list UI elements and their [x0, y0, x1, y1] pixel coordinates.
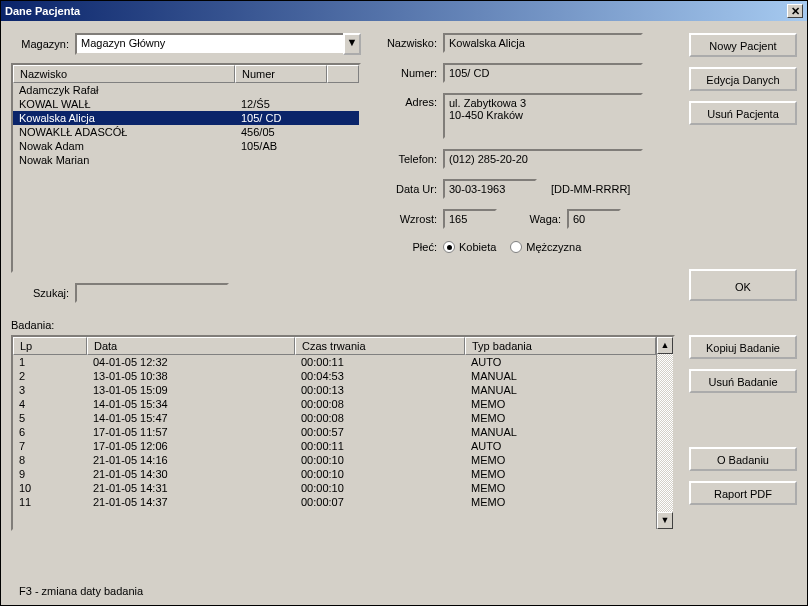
- ok-button[interactable]: OK: [689, 269, 797, 301]
- cell-data: 21-01-05 14:16: [87, 454, 295, 466]
- table-row[interactable]: 213-01-05 10:3800:04:53MANUAL: [13, 369, 656, 383]
- table-row[interactable]: 514-01-05 15:4700:00:08MEMO: [13, 411, 656, 425]
- cell-typ: MEMO: [465, 482, 656, 494]
- o-badaniu-button[interactable]: O Badaniu: [689, 447, 797, 471]
- radio-dot-icon: [443, 241, 455, 253]
- table-row[interactable]: 617-01-05 11:5700:00:57MANUAL: [13, 425, 656, 439]
- chevron-down-icon[interactable]: ▼: [343, 33, 361, 55]
- list-item[interactable]: Nowak Adam105/AB: [13, 139, 359, 153]
- cell-typ: MANUAL: [465, 370, 656, 382]
- adres-label: Adres:: [375, 93, 443, 108]
- telefon-field[interactable]: (012) 285-20-20: [443, 149, 643, 169]
- cell-lp: 5: [13, 412, 87, 424]
- col-data[interactable]: Data: [87, 337, 295, 355]
- col-nazwisko[interactable]: Nazwisko: [13, 65, 235, 83]
- scroll-down-icon[interactable]: ▼: [657, 512, 673, 529]
- list-item[interactable]: KOWAL WALŁ12/Ś5: [13, 97, 359, 111]
- cell-lp: 3: [13, 384, 87, 396]
- scroll-track[interactable]: [657, 354, 673, 512]
- scrollbar[interactable]: ▲ ▼: [656, 337, 673, 529]
- usun-badanie-button[interactable]: Usuń Badanie: [689, 369, 797, 393]
- magazyn-value: Magazyn Główny: [75, 33, 345, 55]
- cell-czas: 00:00:10: [295, 482, 465, 494]
- table-row[interactable]: 313-01-05 15:0900:00:13MANUAL: [13, 383, 656, 397]
- magazyn-label: Magazyn:: [11, 38, 75, 50]
- cell-lp: 11: [13, 496, 87, 508]
- cell-data: 21-01-05 14:30: [87, 468, 295, 480]
- waga-field[interactable]: 60: [567, 209, 621, 229]
- col-spacer: [327, 65, 359, 83]
- table-row[interactable]: 1121-01-05 14:3700:00:07MEMO: [13, 495, 656, 509]
- wzrost-label: Wzrost:: [375, 213, 443, 225]
- cell-typ: MEMO: [465, 468, 656, 480]
- cell-lp: 1: [13, 356, 87, 368]
- window-title: Dane Pacjenta: [5, 5, 80, 17]
- titlebar: Dane Pacjenta ✕: [1, 1, 807, 21]
- cell-czas: 00:00:08: [295, 398, 465, 410]
- list-item[interactable]: NOWAKLŁ ADASCÓŁ456/05: [13, 125, 359, 139]
- table-row[interactable]: 821-01-05 14:1600:00:10MEMO: [13, 453, 656, 467]
- edycja-danych-button[interactable]: Edycja Danych: [689, 67, 797, 91]
- list-item[interactable]: Kowalska Alicja105/ CD: [13, 111, 359, 125]
- wzrost-field[interactable]: 165: [443, 209, 497, 229]
- cell-typ: MEMO: [465, 412, 656, 424]
- table-row[interactable]: 921-01-05 14:3000:00:10MEMO: [13, 467, 656, 481]
- list-item-number: 12/Ś5: [241, 98, 270, 110]
- col-lp[interactable]: Lp: [13, 337, 87, 355]
- list-item-name: Adamczyk Rafał: [19, 84, 241, 96]
- cell-data: 17-01-05 12:06: [87, 440, 295, 452]
- cell-lp: 8: [13, 454, 87, 466]
- list-item[interactable]: Nowak Marian: [13, 153, 359, 167]
- radio-kobieta-label: Kobieta: [459, 241, 496, 253]
- list-item[interactable]: Adamczyk Rafał: [13, 83, 359, 97]
- radio-mezczyzna[interactable]: Mężczyzna: [510, 241, 581, 253]
- radio-dot-icon: [510, 241, 522, 253]
- cell-data: 13-01-05 15:09: [87, 384, 295, 396]
- list-item-number: 456/05: [241, 126, 275, 138]
- col-typ[interactable]: Typ badania: [465, 337, 656, 355]
- scroll-up-icon[interactable]: ▲: [657, 337, 673, 354]
- adres-field[interactable]: ul. Zabytkowa 3 10-450 Kraków: [443, 93, 643, 139]
- cell-czas: 00:00:57: [295, 426, 465, 438]
- table-row[interactable]: 1021-01-05 14:3100:00:10MEMO: [13, 481, 656, 495]
- dataur-field[interactable]: 30-03-1963: [443, 179, 537, 199]
- list-item-name: Nowak Adam: [19, 140, 241, 152]
- list-item-name: KOWAL WALŁ: [19, 98, 241, 110]
- table-row[interactable]: 717-01-05 12:0600:00:11AUTO: [13, 439, 656, 453]
- raport-pdf-button[interactable]: Raport PDF: [689, 481, 797, 505]
- search-input[interactable]: [75, 283, 229, 303]
- nazwisko-field[interactable]: Kowalska Alicja: [443, 33, 643, 53]
- col-numer[interactable]: Numer: [235, 65, 327, 83]
- kopiuj-badanie-button[interactable]: Kopiuj Badanie: [689, 335, 797, 359]
- numer-field[interactable]: 105/ CD: [443, 63, 643, 83]
- badania-table[interactable]: Lp Data Czas trwania Typ badania 104-01-…: [11, 335, 675, 531]
- cell-typ: AUTO: [465, 356, 656, 368]
- cell-lp: 9: [13, 468, 87, 480]
- cell-typ: MANUAL: [465, 426, 656, 438]
- list-item-number: 105/ CD: [241, 112, 281, 124]
- telefon-label: Telefon:: [375, 153, 443, 165]
- nazwisko-label: Nazwisko:: [375, 37, 443, 49]
- magazyn-dropdown[interactable]: Magazyn Główny ▼: [75, 33, 361, 55]
- cell-data: 04-01-05 12:32: [87, 356, 295, 368]
- cell-typ: MANUAL: [465, 384, 656, 396]
- cell-czas: 00:00:10: [295, 468, 465, 480]
- cell-czas: 00:00:11: [295, 440, 465, 452]
- nowy-pacjent-button[interactable]: Nowy Pacjent: [689, 33, 797, 57]
- cell-lp: 4: [13, 398, 87, 410]
- cell-typ: MEMO: [465, 496, 656, 508]
- close-button[interactable]: ✕: [787, 4, 803, 18]
- usun-pacjenta-button[interactable]: Usuń Pacjenta: [689, 101, 797, 125]
- table-row[interactable]: 104-01-05 12:3200:00:11AUTO: [13, 355, 656, 369]
- patient-list[interactable]: Nazwisko Numer Adamczyk RafałKOWAL WALŁ1…: [11, 63, 361, 273]
- col-czas[interactable]: Czas trwania: [295, 337, 465, 355]
- cell-czas: 00:00:10: [295, 454, 465, 466]
- radio-kobieta[interactable]: Kobieta: [443, 241, 496, 253]
- radio-mezczyzna-label: Mężczyzna: [526, 241, 581, 253]
- table-row[interactable]: 414-01-05 15:3400:00:08MEMO: [13, 397, 656, 411]
- numer-label: Numer:: [375, 67, 443, 79]
- badania-label: Badania:: [11, 319, 797, 331]
- list-item-name: Kowalska Alicja: [19, 112, 241, 124]
- cell-typ: MEMO: [465, 398, 656, 410]
- cell-data: 17-01-05 11:57: [87, 426, 295, 438]
